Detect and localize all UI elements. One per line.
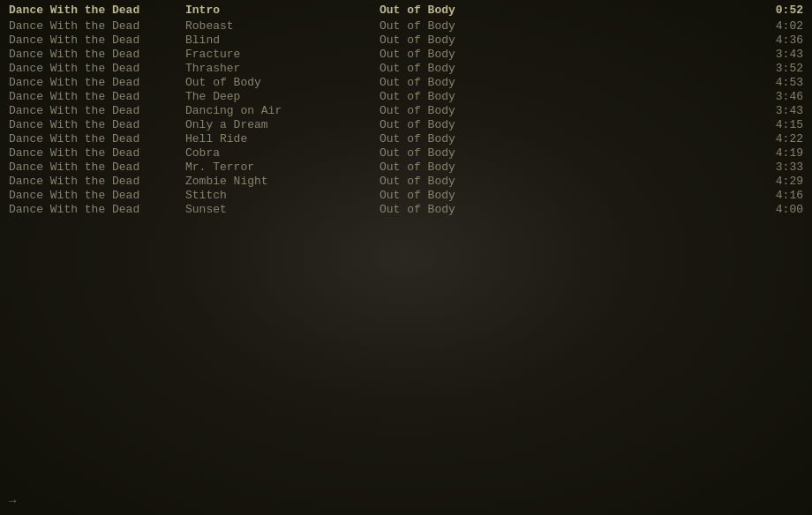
track-duration: 4:00 (750, 203, 803, 217)
track-album: Out of Body (380, 189, 750, 203)
track-artist: Dance With the Dead (9, 62, 185, 76)
track-artist: Dance With the Dead (9, 34, 185, 48)
table-row[interactable]: Dance With the DeadOnly a DreamOut of Bo… (0, 118, 812, 132)
track-artist: Dance With the Dead (9, 90, 185, 104)
track-title: Cobra (185, 146, 380, 160)
track-artist: Dance With the Dead (9, 118, 185, 132)
track-artist: Dance With the Dead (9, 175, 185, 189)
track-title: Thrasher (185, 62, 380, 76)
track-duration: 3:43 (750, 104, 803, 118)
track-album: Out of Body (380, 76, 750, 90)
track-artist: Dance With the Dead (9, 132, 185, 146)
track-duration: 4:02 (750, 19, 803, 34)
track-artist: Dance With the Dead (9, 48, 185, 62)
track-title: Dancing on Air (185, 104, 380, 118)
tracks-container: Dance With the DeadRobeastOut of Body4:0… (0, 19, 812, 217)
track-album: Out of Body (380, 34, 750, 48)
header-title: Intro (185, 4, 380, 18)
table-row[interactable]: Dance With the DeadHell RideOut of Body4… (0, 132, 812, 146)
track-title: Hell Ride (185, 132, 380, 146)
track-duration: 4:36 (750, 34, 803, 48)
track-duration: 4:22 (750, 132, 803, 146)
track-album: Out of Body (380, 118, 750, 132)
track-title: Only a Dream (185, 118, 380, 132)
table-row[interactable]: Dance With the DeadZombie NightOut of Bo… (0, 175, 812, 189)
table-row[interactable]: Dance With the DeadMr. TerrorOut of Body… (0, 160, 812, 175)
track-title: Sunset (185, 203, 380, 217)
track-duration: 3:52 (750, 62, 803, 76)
track-album: Out of Body (380, 132, 750, 146)
track-list-header: Dance With the Dead Intro Out of Body 0:… (0, 4, 812, 18)
track-list: Dance With the Dead Intro Out of Body 0:… (0, 0, 812, 220)
table-row[interactable]: Dance With the DeadOut of BodyOut of Bod… (0, 76, 812, 90)
track-duration: 3:46 (750, 90, 803, 104)
track-album: Out of Body (380, 48, 750, 62)
table-row[interactable]: Dance With the DeadSunsetOut of Body4:00 (0, 203, 812, 217)
track-duration: 4:16 (750, 189, 803, 203)
track-duration: 4:53 (750, 76, 803, 90)
header-artist: Dance With the Dead (9, 4, 185, 18)
track-album: Out of Body (380, 19, 750, 34)
track-title: The Deep (185, 90, 380, 104)
track-duration: 4:19 (750, 146, 803, 160)
track-album: Out of Body (380, 175, 750, 189)
header-album: Out of Body (380, 4, 750, 18)
track-title: Fracture (185, 48, 380, 62)
table-row[interactable]: Dance With the DeadDancing on AirOut of … (0, 104, 812, 118)
track-duration: 4:29 (750, 175, 803, 189)
table-row[interactable]: Dance With the DeadRobeastOut of Body4:0… (0, 19, 812, 34)
track-album: Out of Body (380, 146, 750, 160)
track-artist: Dance With the Dead (9, 189, 185, 203)
track-title: Blind (185, 34, 380, 48)
track-duration: 4:15 (750, 118, 803, 132)
track-duration: 3:33 (750, 160, 803, 175)
track-album: Out of Body (380, 90, 750, 104)
track-artist: Dance With the Dead (9, 203, 185, 217)
track-title: Robeast (185, 19, 380, 34)
track-title: Out of Body (185, 76, 380, 90)
track-album: Out of Body (380, 160, 750, 175)
track-album: Out of Body (380, 62, 750, 76)
track-title: Stitch (185, 189, 380, 203)
track-title: Zombie Night (185, 175, 380, 189)
bottom-arrow-icon: → (9, 494, 16, 508)
track-artist: Dance With the Dead (9, 19, 185, 34)
table-row[interactable]: Dance With the DeadCobraOut of Body4:19 (0, 146, 812, 160)
track-duration: 3:43 (750, 48, 803, 62)
table-row[interactable]: Dance With the DeadStitchOut of Body4:16 (0, 189, 812, 203)
track-artist: Dance With the Dead (9, 160, 185, 175)
track-artist: Dance With the Dead (9, 104, 185, 118)
track-album: Out of Body (380, 203, 750, 217)
table-row[interactable]: Dance With the DeadFractureOut of Body3:… (0, 48, 812, 62)
table-row[interactable]: Dance With the DeadThe DeepOut of Body3:… (0, 90, 812, 104)
track-title: Mr. Terror (185, 160, 380, 175)
track-artist: Dance With the Dead (9, 76, 185, 90)
header-duration: 0:52 (750, 4, 803, 18)
track-album: Out of Body (380, 104, 750, 118)
track-artist: Dance With the Dead (9, 146, 185, 160)
table-row[interactable]: Dance With the DeadThrasherOut of Body3:… (0, 62, 812, 76)
table-row[interactable]: Dance With the DeadBlindOut of Body4:36 (0, 34, 812, 48)
